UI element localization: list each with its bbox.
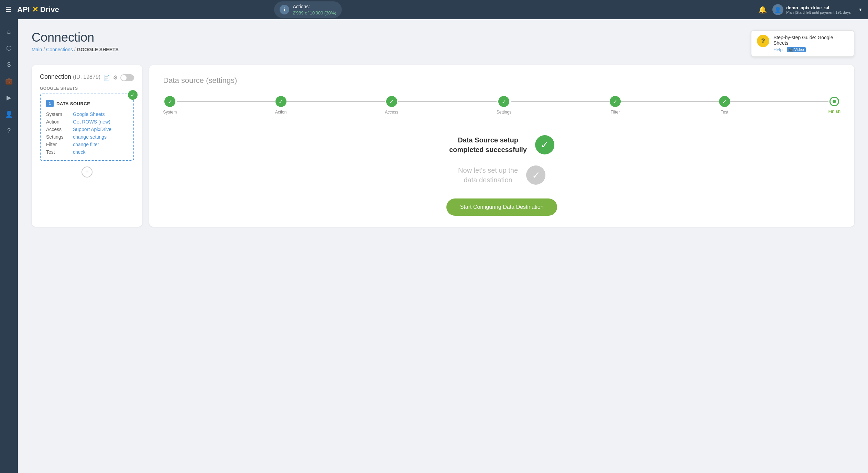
step-label: Filter	[611, 110, 620, 115]
step-circle-done: ✓	[164, 96, 175, 107]
left-card: Connection (ID: 19879) 📄 ⚙ GOOGLE SHEETS…	[32, 65, 142, 227]
step-access: ✓Access	[385, 96, 398, 115]
step-label: Action	[275, 110, 286, 115]
step-action: ✓Action	[275, 96, 286, 115]
ds-row-label: Action	[46, 119, 70, 125]
connection-toggle[interactable]	[120, 74, 134, 81]
step-line	[621, 101, 719, 102]
connection-title-row: Connection (ID: 19879) 📄 ⚙	[40, 73, 134, 82]
step-finish: Finish	[828, 97, 840, 114]
topnav-right: 🔔 👤 demo_apix-drive_s4 Plan |Start| left…	[758, 4, 862, 15]
ds-row-value[interactable]: check	[73, 149, 86, 155]
sidebar-item-connections[interactable]: ⬡	[2, 41, 16, 55]
step-circle-active	[829, 97, 839, 106]
step-circle-done: ✓	[719, 96, 730, 107]
logo-x: ✕	[32, 5, 38, 14]
step-circle-done: ✓	[386, 96, 397, 107]
step-line	[511, 101, 610, 102]
step-line	[286, 101, 385, 102]
step-line	[177, 101, 275, 102]
sidebar: ⌂ ⬡ $ 💼 ▶ 👤 ?	[0, 19, 18, 473]
actions-text: Actions: 2'989 of 10'000 (30%)	[293, 3, 336, 16]
ds-row-label: Test	[46, 149, 70, 155]
topnav: ☰ API✕Drive i Actions: 2'989 of 10'000 (…	[0, 0, 868, 19]
step-label: Test	[721, 110, 728, 115]
info-icon: i	[280, 5, 289, 14]
pending-row: Now let's set up thedata destination ✓	[458, 165, 545, 185]
breadcrumb-connections[interactable]: Connections	[46, 47, 73, 52]
user-plan: Plan |Start| left until payment 191 days	[786, 10, 851, 14]
main-content: Connection Main / Connections / GOOGLE S…	[18, 19, 868, 473]
data-source-box: ✓ 1 DATA SOURCE SystemGoogle SheetsActio…	[40, 94, 134, 161]
user-area: 👤 demo_apix-drive_s4 Plan |Start| left u…	[772, 4, 851, 15]
ds-row-label: Access	[46, 127, 70, 132]
help-question-icon: ?	[757, 35, 769, 47]
right-card: Data source (settings) ✓System✓Action✓Ac…	[149, 65, 854, 227]
step-label: Access	[385, 110, 398, 115]
ds-row-label: System	[46, 111, 70, 117]
sidebar-item-profile[interactable]: 👤	[2, 107, 16, 121]
step-test: ✓Test	[719, 96, 730, 115]
breadcrumb-main[interactable]: Main	[32, 47, 42, 52]
step-label: System	[163, 110, 177, 115]
logo-drive: Drive	[40, 5, 59, 14]
step-label: Finish	[828, 109, 840, 114]
steps-row: ✓System✓Action✓Access✓Settings✓Filter✓Te…	[163, 96, 840, 115]
ds-row-label: Settings	[46, 134, 70, 140]
bell-icon[interactable]: 🔔	[758, 6, 767, 14]
page-title: Connection	[32, 30, 119, 45]
step-line	[398, 101, 497, 102]
success-check-icon: ✓	[535, 135, 554, 154]
step-circle-done: ✓	[610, 96, 621, 107]
datasource-row: Filterchange filter	[46, 142, 128, 147]
add-button[interactable]: +	[82, 166, 93, 178]
logo: API✕Drive	[17, 5, 59, 14]
sidebar-item-portfolio[interactable]: 💼	[2, 74, 16, 88]
actions-pill: i Actions: 2'989 of 10'000 (30%)	[274, 1, 341, 18]
step-system: ✓System	[163, 96, 177, 115]
user-name: demo_apix-drive_s4	[786, 5, 851, 10]
step-line	[730, 101, 828, 102]
sidebar-item-help[interactable]: ?	[2, 124, 16, 138]
datasource-section-title: Data source (settings)	[163, 76, 840, 85]
copy-icon[interactable]: 📄	[103, 74, 110, 81]
breadcrumb: Main / Connections / GOOGLE SHEETS	[32, 47, 119, 52]
help-links: Help 📹 Video	[773, 47, 848, 52]
ds-row-label: Filter	[46, 142, 70, 147]
user-info: demo_apix-drive_s4 Plan |Start| left unt…	[786, 5, 851, 14]
source-label: GOOGLE SHEETS	[40, 86, 134, 91]
datasource-row: Testcheck	[46, 149, 128, 155]
breadcrumb-sep2: /	[74, 47, 77, 52]
datasource-row: Settingschange settings	[46, 134, 128, 140]
settings-icon[interactable]: ⚙	[113, 74, 118, 81]
connection-id: (ID: 19879)	[73, 74, 100, 80]
video-badge[interactable]: 📹 Video	[787, 47, 806, 52]
datasource-row: SystemGoogle Sheets	[46, 111, 128, 117]
avatar: 👤	[772, 4, 783, 15]
success-row: Data Source setupcompleted successfully …	[449, 135, 554, 154]
ds-row-value[interactable]: change settings	[73, 134, 107, 140]
start-configuring-button[interactable]: Start Configuring Data Destination	[446, 198, 557, 216]
ds-row-value[interactable]: change filter	[73, 142, 99, 147]
datasource-rows: SystemGoogle SheetsActionGet ROWS (new)A…	[46, 111, 128, 155]
breadcrumb-sep1: /	[43, 47, 46, 52]
step-label: Settings	[497, 110, 511, 115]
datasource-title: DATA SOURCE	[56, 101, 90, 106]
chevron-down-icon[interactable]: ▼	[858, 7, 862, 12]
hamburger-icon[interactable]: ☰	[6, 6, 12, 14]
actions-label: Actions:	[293, 4, 310, 9]
sidebar-item-home[interactable]: ⌂	[2, 25, 16, 39]
sidebar-item-media[interactable]: ▶	[2, 91, 16, 105]
connection-title: Connection (ID: 19879)	[40, 73, 100, 80]
ds-row-value[interactable]: Support ApixDrive	[73, 127, 111, 132]
sidebar-item-billing[interactable]: $	[2, 58, 16, 72]
datasource-row: ActionGet ROWS (new)	[46, 119, 128, 125]
actions-count: 2'989 of 10'000 (30%)	[293, 10, 336, 15]
help-link[interactable]: Help	[773, 47, 783, 52]
datasource-check-icon: ✓	[128, 90, 138, 100]
ds-row-value[interactable]: Google Sheets	[73, 111, 105, 117]
datasource-row: AccessSupport ApixDrive	[46, 127, 128, 132]
cards-row: Connection (ID: 19879) 📄 ⚙ GOOGLE SHEETS…	[32, 65, 854, 227]
help-title: Step-by-step Guide: Google Sheets	[773, 35, 848, 46]
ds-row-value[interactable]: Get ROWS (new)	[73, 119, 110, 125]
